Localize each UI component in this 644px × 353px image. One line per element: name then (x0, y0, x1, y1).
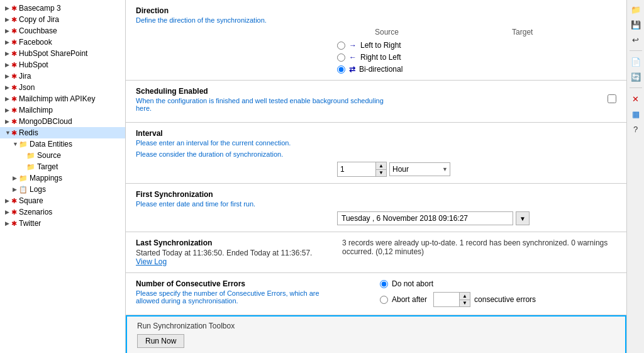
expand-arrow-icon: ▶ (5, 73, 11, 79)
expand-arrow-icon: ▶ (5, 107, 11, 113)
interval-down-button[interactable]: ▼ (376, 169, 386, 176)
folder-icon: 📁 (19, 140, 28, 148)
last-sync-info: 3 records were already up-to-date. 1 rec… (342, 238, 616, 266)
sidebar-item-label: Source (37, 151, 61, 160)
expand-arrow-icon: ▶ (5, 16, 11, 23)
expand-arrow-icon: ▶ (5, 84, 11, 91)
direction-ltr-radio[interactable] (337, 42, 345, 50)
toolbox-section: Run Synchronization Toolbox Run Now (126, 315, 626, 353)
errors-section: Number of Consecutive Errors Please spec… (126, 273, 626, 315)
direction-bidi-radio[interactable] (337, 65, 345, 74)
expand-arrow-icon: ▼ (13, 141, 19, 147)
gear-icon: ✱ (11, 61, 17, 69)
gear-icon: ✱ (11, 84, 17, 92)
gear-icon: ✱ (11, 50, 17, 58)
sidebar-item-label: Twitter (19, 219, 41, 228)
direction-ltr-label: Left to Right (360, 41, 401, 50)
abort-radio[interactable] (380, 296, 388, 304)
sidebar-item-hubspot[interactable]: ▶✱HubSpot (0, 59, 125, 70)
abort-up-button[interactable]: ▲ (460, 293, 470, 300)
folder-toolbar-button[interactable]: 📁 (629, 3, 643, 16)
interval-value[interactable] (338, 162, 375, 176)
direction-rtl-option[interactable]: ← Right to Left (337, 53, 616, 62)
sidebar-item-target[interactable]: 📁Target (0, 161, 125, 172)
close-toolbar-button[interactable]: ✕ (629, 92, 643, 106)
source-label: Source (375, 28, 399, 36)
refresh-toolbar-button[interactable]: 🔄 (629, 70, 643, 84)
sidebar-item-mailchimp[interactable]: ▶✱Mailchimp (0, 104, 125, 116)
sidebar-item-label: HubSpot (19, 60, 48, 69)
date-input-display[interactable]: Tuesday , 6 November 2018 09:16:27 (337, 211, 513, 225)
sidebar-item-square[interactable]: ▶✱Square (0, 195, 125, 206)
grid-toolbar-button[interactable]: ▦ (629, 107, 643, 121)
sidebar-item-mailchimp-apikey[interactable]: ▶✱Mailchimp with APIKey (0, 93, 125, 104)
bidi-arrow: ⇄ (349, 65, 355, 74)
abort-count-spinner[interactable]: ▲ ▼ (433, 292, 470, 307)
direction-bidi-option[interactable]: ⇄ Bi-directional (337, 65, 616, 74)
sidebar-item-mongodbcloud[interactable]: ▶✱MongoDBCloud (0, 116, 125, 127)
sidebar-item-hubspot-sharepoint[interactable]: ▶✱HubSpot SharePoint (0, 48, 125, 59)
date-picker-button[interactable]: ▼ (516, 211, 530, 225)
gear-icon: ✱ (11, 4, 17, 13)
sidebar-item-twitter[interactable]: ▶✱Twitter (0, 218, 125, 229)
first-sync-desc: Please enter date and time for first run… (136, 200, 616, 208)
direction-rtl-radio[interactable] (337, 53, 345, 62)
folder-icon: 📁 (19, 174, 28, 182)
no-abort-radio[interactable] (380, 280, 388, 288)
gear-icon: ✱ (11, 27, 17, 35)
expand-arrow-icon: ▶ (5, 209, 11, 215)
close-icon: ✕ (632, 94, 639, 104)
sidebar-item-label: Redis (19, 128, 38, 137)
expand-arrow-icon: ▶ (13, 175, 19, 181)
expand-arrow-icon: ▶ (5, 50, 11, 57)
sidebar-item-logs[interactable]: ▶📋Logs (0, 184, 125, 195)
scheduling-checkbox[interactable] (608, 94, 616, 103)
scheduling-section: Scheduling Enabled When the configuratio… (126, 81, 626, 123)
interval-unit-select[interactable]: Hour Minute Day (390, 162, 440, 176)
save-toolbar-button[interactable]: 💾 (629, 18, 643, 31)
sidebar-item-basecamp3[interactable]: ▶✱Basecamp 3 (0, 3, 125, 14)
sidebar-item-source[interactable]: 📁Source (0, 150, 125, 161)
date-value: Tuesday , 6 November 2018 09:16:27 (341, 214, 468, 223)
gear-icon: ✱ (11, 220, 17, 228)
first-sync-title: First Synchronization (136, 190, 616, 199)
sidebar-item-couchbase[interactable]: ▶✱Couchbase (0, 25, 125, 36)
sidebar-item-label: Data Entities (30, 140, 72, 148)
sidebar-item-data-entities[interactable]: ▼📁Data Entities (0, 138, 125, 150)
expand-arrow-icon: ▼ (5, 130, 11, 136)
interval-up-button[interactable]: ▲ (376, 162, 386, 169)
help-toolbar-button[interactable]: ? (629, 122, 643, 136)
no-abort-option[interactable]: Do not abort (380, 279, 536, 288)
first-sync-section: First Synchronization Please enter date … (126, 184, 626, 232)
expand-arrow-icon: ▶ (5, 62, 11, 68)
right-toolbar: 📁💾↩📄🔄✕▦? (626, 0, 644, 353)
run-now-button[interactable]: Run Now (137, 334, 184, 348)
sidebar-item-redis[interactable]: ▼✱Redis (0, 127, 125, 138)
undo-toolbar-button[interactable]: ↩ (629, 33, 643, 47)
expand-arrow-icon: ▶ (5, 96, 11, 102)
direction-ltr-option[interactable]: → Left to Right (337, 41, 616, 50)
abort-after-option[interactable]: Abort after ▲ ▼ consecutive errors (380, 292, 536, 307)
sidebar-item-label: Target (37, 162, 58, 171)
pages-toolbar-button[interactable]: 📄 (629, 55, 643, 69)
view-log-link[interactable]: View Log (136, 257, 167, 266)
gear-icon: ✱ (11, 38, 17, 47)
content-area: Direction Define the direction of the sy… (126, 0, 626, 353)
sidebar-item-label: Szenarios (19, 208, 52, 216)
sidebar-item-json[interactable]: ▶✱Json (0, 82, 125, 93)
interval-spinner[interactable]: ▲ ▼ (337, 162, 387, 177)
sidebar-item-szenarios[interactable]: ▶✱Szenarios (0, 206, 125, 218)
expand-arrow-icon: ▶ (5, 220, 11, 227)
sidebar-item-facebook[interactable]: ▶✱Facebook (0, 36, 125, 48)
abort-down-button[interactable]: ▼ (460, 300, 470, 306)
sidebar-item-mappings[interactable]: ▶📁Mappings (0, 172, 125, 184)
interval-desc2: Please consider the duration of synchron… (136, 150, 616, 158)
sidebar-item-copy-of-jira[interactable]: ▶✱Copy of Jira (0, 14, 125, 25)
sidebar-item-jira[interactable]: ▶✱Jira (0, 70, 125, 82)
interval-unit-select-wrapper[interactable]: Hour Minute Day ▼ (389, 162, 450, 176)
abort-count-value[interactable] (434, 293, 459, 306)
pages-icon: 📄 (631, 57, 641, 67)
last-sync-title: Last Synchronization (136, 238, 337, 247)
sidebar-item-label: Logs (30, 185, 46, 194)
toolbar-divider (630, 50, 642, 51)
